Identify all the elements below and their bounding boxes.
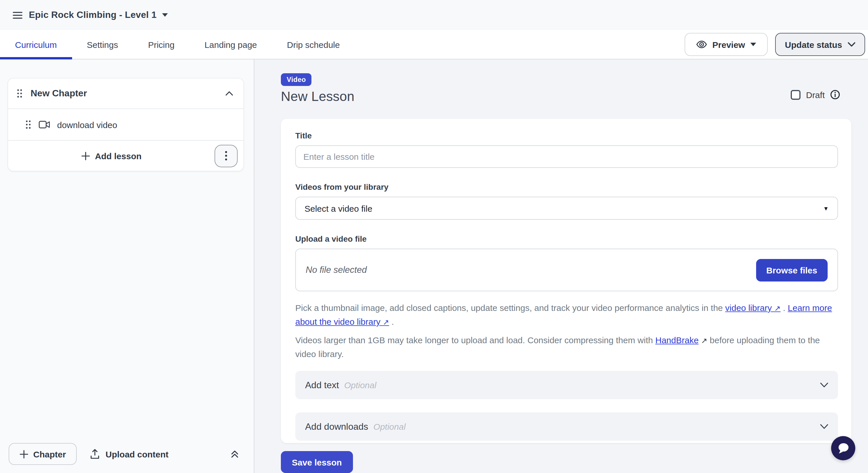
tab-settings[interactable]: Settings — [72, 30, 133, 59]
double-chevron-up-icon — [230, 449, 239, 459]
tab-actions: Preview Update status — [685, 30, 868, 59]
page-title: New Lesson — [281, 89, 868, 104]
library-field-label: Videos from your library — [295, 183, 838, 191]
kebab-menu-icon — [225, 151, 227, 161]
info-icon[interactable] — [830, 89, 840, 100]
tab-pricing[interactable]: Pricing — [133, 30, 189, 59]
title-field-label: Title — [295, 131, 838, 140]
chevron-down-icon — [848, 42, 855, 47]
collapse-all-button[interactable] — [230, 449, 239, 459]
lesson-form-card: Title Videos from your library Select a … — [281, 119, 851, 443]
chevron-up-icon[interactable] — [225, 91, 233, 96]
plus-icon — [19, 450, 28, 458]
add-lesson-row: Add lesson — [8, 141, 243, 171]
sidebar-footer: Chapter Upload content — [0, 435, 254, 473]
upload-icon — [90, 449, 100, 459]
add-downloads-accordion[interactable]: Add downloads Optional — [295, 412, 838, 441]
drag-handle-icon[interactable] — [25, 120, 31, 129]
chapter-options-button[interactable] — [215, 145, 238, 167]
optional-label: Optional — [373, 422, 406, 432]
curriculum-sidebar: New Chapter download video — [0, 59, 254, 473]
preview-button[interactable]: Preview — [685, 33, 768, 56]
add-chapter-label: Chapter — [33, 449, 66, 459]
eye-icon — [696, 39, 707, 50]
chapter-card: New Chapter download video — [7, 78, 244, 171]
add-lesson-button[interactable]: Add lesson — [8, 141, 215, 171]
content: New Chapter download video — [0, 59, 868, 473]
lesson-item[interactable]: download video — [8, 109, 243, 140]
tab-bar: Curriculum Settings Pricing Landing page… — [0, 30, 868, 59]
add-chapter-button[interactable]: Chapter — [9, 443, 77, 465]
video-camera-icon — [39, 121, 50, 129]
file-upload-box: No file selected Browse files — [295, 249, 838, 291]
external-link-icon: ↗ — [701, 336, 707, 345]
upload-field-label: Upload a video file — [295, 235, 838, 244]
update-status-label: Update status — [785, 39, 842, 49]
draft-toggle-row: Draft — [791, 89, 840, 100]
draft-label: Draft — [806, 90, 825, 99]
preview-label: Preview — [712, 39, 745, 49]
plus-icon — [81, 151, 90, 160]
selected-video-value: Select a video file — [305, 203, 372, 213]
caret-down-icon — [162, 13, 167, 17]
add-text-accordion[interactable]: Add text Optional — [295, 371, 838, 399]
chapter-title: New Chapter — [31, 88, 87, 99]
video-library-select[interactable]: Select a video file ▼ — [295, 197, 838, 220]
add-lesson-label: Add lesson — [95, 151, 142, 161]
update-status-button[interactable]: Update status — [775, 33, 865, 56]
tab-landing-page[interactable]: Landing page — [189, 30, 272, 59]
topbar: Epic Rock Climbing - Level 1 — [0, 0, 868, 30]
course-title: Epic Rock Climbing - Level 1 — [29, 10, 157, 20]
external-link-icon: ↗ — [383, 318, 389, 326]
optional-label: Optional — [344, 380, 376, 390]
add-text-label: Add text — [305, 380, 339, 390]
chapter-header[interactable]: New Chapter — [8, 78, 243, 108]
compression-help-text: Videos larger than 1GB may take longer t… — [295, 334, 838, 360]
caret-down-icon — [750, 43, 756, 46]
app-window: Epic Rock Climbing - Level 1 Curriculum … — [0, 0, 868, 473]
menu-icon[interactable] — [9, 6, 26, 24]
lesson-type-badge: Video — [281, 73, 312, 86]
course-switcher[interactable]: Epic Rock Climbing - Level 1 — [29, 10, 167, 20]
upload-content-label: Upload content — [105, 449, 168, 459]
chevron-down-icon — [820, 382, 828, 388]
add-downloads-label: Add downloads — [305, 421, 368, 432]
chevron-down-icon — [820, 424, 828, 429]
video-library-link[interactable]: video library ↗ — [725, 303, 781, 313]
tabs: Curriculum Settings Pricing Landing page… — [0, 30, 355, 59]
handbrake-link[interactable]: HandBrake — [655, 335, 699, 345]
drag-handle-icon[interactable] — [17, 89, 23, 98]
lesson-title-input[interactable] — [295, 145, 838, 168]
external-link-icon: ↗ — [774, 304, 781, 313]
browse-files-button[interactable]: Browse files — [756, 259, 828, 281]
save-lesson-button[interactable]: Save lesson — [281, 451, 353, 473]
caret-down-icon: ▼ — [823, 205, 829, 212]
video-library-help-text: Pick a thumbnail image, add closed capti… — [295, 301, 838, 329]
upload-content-button[interactable]: Upload content — [90, 449, 168, 459]
no-file-text: No file selected — [306, 265, 367, 275]
tab-drip-schedule[interactable]: Drip schedule — [272, 30, 355, 59]
chat-bubble-icon — [836, 442, 850, 454]
chat-widget-button[interactable] — [831, 436, 855, 460]
lesson-title: download video — [57, 120, 117, 129]
draft-checkbox[interactable] — [791, 90, 801, 99]
tab-curriculum[interactable]: Curriculum — [0, 30, 72, 59]
lesson-editor: Video New Lesson Draft Title Videos from… — [254, 59, 868, 473]
